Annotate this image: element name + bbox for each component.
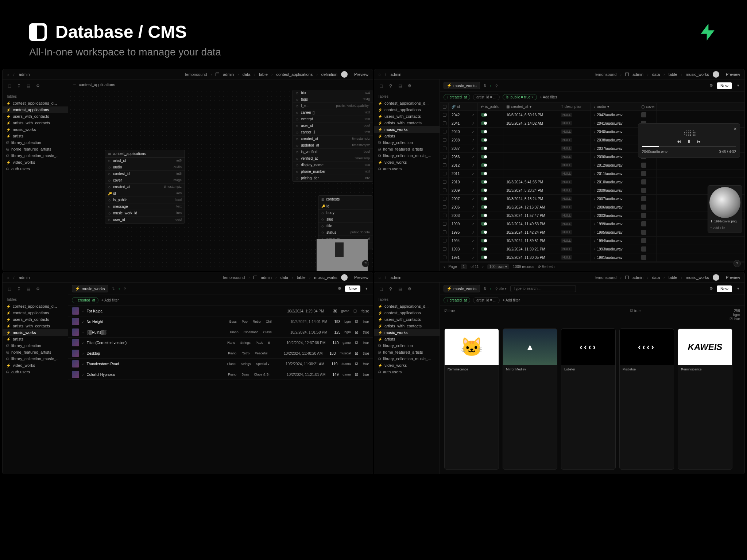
sidebar-item[interactable]: ⚡artists bbox=[374, 133, 440, 139]
sidebar-item[interactable]: ⛁auth.users bbox=[374, 166, 440, 172]
list-item[interactable]: ♪ Filtal (Corrected version) PianoString… bbox=[68, 338, 373, 348]
sidebar-item[interactable]: ⚡artists_with_contacts bbox=[374, 323, 440, 329]
table-row[interactable]: 2007↗ 10/3/2024, 5:13:24 PM NULL ♪ 2007/… bbox=[440, 195, 744, 203]
table-icon[interactable]: ▤ bbox=[25, 285, 32, 292]
table-row[interactable]: 2012↗ NULL ♪ 2012/audio.wav bbox=[440, 161, 744, 170]
next-icon[interactable]: ⏭ bbox=[697, 139, 701, 144]
preview-link[interactable]: Preview bbox=[726, 72, 740, 77]
sort-icon[interactable]: ↕ bbox=[119, 287, 120, 291]
search-input[interactable] bbox=[510, 285, 576, 292]
schema-card-contest-applications[interactable]: ▦contest_applications ◇artist_idint8◇aud… bbox=[105, 150, 185, 223]
crumb[interactable]: data bbox=[243, 72, 250, 77]
refresh-button[interactable]: ⟳ Refresh bbox=[538, 265, 555, 269]
settings-icon[interactable]: ⚙ bbox=[406, 82, 413, 89]
sidebar-item[interactable]: ⚡contest_applications_d... bbox=[374, 303, 440, 310]
folder-icon[interactable]: ▢ bbox=[6, 82, 13, 89]
sidebar-item[interactable]: ⚡contest_applications bbox=[374, 106, 440, 113]
gear-icon[interactable]: ⚙ bbox=[338, 286, 341, 291]
sidebar-item[interactable]: ⚡contest_applications_d... bbox=[3, 100, 68, 106]
table-row[interactable]: 1994↗ 10/2/2024, 11:39:51 PM NULL ♪ 1994… bbox=[440, 237, 744, 245]
home-icon[interactable]: ⌂ bbox=[379, 276, 380, 279]
table-row[interactable]: 1999↗ 10/2/2024, 11:49:53 PM NULL ♪ 1999… bbox=[440, 220, 744, 228]
prev-icon[interactable]: ⏮ bbox=[677, 139, 681, 144]
list-item[interactable]: ♪ ░▒Ruins▒░ PianoCinematicClassi 10/2/20… bbox=[68, 327, 373, 338]
filter-chip[interactable]: ↓ created_at bbox=[444, 94, 470, 100]
sort-icon[interactable]: ↕ bbox=[490, 84, 492, 88]
sidebar-item[interactable]: ⛁library_collection_music_... bbox=[3, 152, 68, 159]
sidebar-item[interactable]: ⚡users_with_contacts bbox=[3, 316, 68, 323]
sort-chip[interactable]: ↓ created_at bbox=[444, 297, 470, 303]
crumb[interactable]: admin bbox=[391, 275, 402, 280]
table-row[interactable]: 2042↗ 10/6/2024, 6:50:16 PM NULL ♪ 2042/… bbox=[440, 111, 744, 119]
sidebar-item[interactable]: ⛁library_collection bbox=[3, 342, 68, 349]
table-row[interactable]: 1993↗ 10/2/2024, 11:39:21 PM NULL ♪ 1993… bbox=[440, 245, 744, 253]
schema-card-artist-fields[interactable]: ◇biotext◇tagstext[]◇l_c...public."Artist… bbox=[293, 90, 373, 182]
sidebar-item[interactable]: ⛁library_collection bbox=[3, 139, 68, 146]
sidebar-item[interactable]: ⛁home_featured_artists bbox=[374, 349, 440, 355]
crumb[interactable]: music_works bbox=[686, 275, 709, 280]
sidebar-item[interactable]: ⛁auth.users bbox=[374, 369, 440, 375]
sidebar-item[interactable]: ⚡contest_applications_d... bbox=[374, 100, 440, 106]
next-page-button[interactable]: › bbox=[483, 265, 484, 269]
crumb[interactable]: admin bbox=[223, 72, 234, 77]
sidebar-item[interactable]: ⚡video_works bbox=[374, 362, 440, 369]
sidebar-item[interactable]: ⛁auth.users bbox=[3, 166, 68, 172]
table-row[interactable]: 2011↗ NULL ♪ 2011/audio.wav bbox=[440, 170, 744, 178]
table-row[interactable]: 1995↗ 10/2/2024, 11:42:24 PM NULL ♪ 1995… bbox=[440, 228, 744, 237]
folder-icon[interactable]: ▢ bbox=[378, 285, 384, 292]
avatar[interactable] bbox=[713, 71, 719, 78]
add-filter-button[interactable]: + Add filter bbox=[540, 95, 557, 99]
table-row[interactable]: 1991↗ 10/2/2024, 11:30:05 PM NULL ♪ 1991… bbox=[440, 253, 744, 262]
crumb[interactable]: data bbox=[280, 275, 288, 280]
home-icon[interactable]: ⌂ bbox=[7, 73, 9, 76]
filter-chip[interactable]: is_public = true × bbox=[503, 94, 537, 100]
sidebar-item[interactable]: ⛁library_collection bbox=[374, 342, 440, 349]
avatar[interactable] bbox=[341, 71, 348, 78]
preview-link[interactable]: Preview bbox=[726, 275, 740, 280]
preview-link[interactable]: Preview bbox=[354, 72, 368, 77]
crumb[interactable]: admin bbox=[19, 275, 30, 280]
sidebar-item[interactable]: ⚡music_works bbox=[374, 329, 440, 336]
sidebar-item[interactable]: ⚡users_with_contacts bbox=[374, 316, 440, 323]
search-by-icon[interactable]: ⚲ title ▾ bbox=[495, 287, 507, 291]
filter-chip[interactable]: artist_id = ... bbox=[473, 297, 500, 303]
sidebar-item[interactable]: ⚡artists bbox=[3, 133, 68, 139]
preview-link[interactable]: Preview bbox=[354, 275, 368, 280]
schema-canvas[interactable]: ◇biotext◇tagstext[]◇l_c...public."Artist… bbox=[68, 90, 373, 271]
new-button[interactable]: New bbox=[717, 82, 732, 89]
crumb[interactable]: admin bbox=[391, 72, 402, 77]
sidebar-item[interactable]: ⚡artists bbox=[3, 336, 68, 342]
crumb[interactable]: music_works bbox=[686, 72, 709, 77]
help-button[interactable]: ? bbox=[362, 260, 369, 267]
crumb[interactable]: contest_applications bbox=[276, 72, 313, 77]
gallery-card[interactable]: 🐱 Reminiscence bbox=[444, 328, 499, 470]
table-row[interactable]: 2009↗ 10/3/2024, 5:20:24 PM NULL ♪ 2009/… bbox=[440, 186, 744, 195]
table-icon[interactable]: ▤ bbox=[397, 82, 403, 89]
sidebar-item[interactable]: ⚡music_works bbox=[374, 126, 440, 133]
filter-icon[interactable]: ⇅ bbox=[112, 287, 115, 291]
sidebar-item[interactable]: ⚡music_works bbox=[3, 329, 68, 336]
list-item[interactable]: ♪ For Kalpa 10/2/2024, 1:25:04 PM 30 gam… bbox=[68, 306, 373, 316]
gallery-card[interactable]: ‹‹‹› Mistletoe bbox=[619, 328, 674, 470]
crumb[interactable]: admin bbox=[632, 275, 643, 280]
avatar[interactable] bbox=[713, 274, 719, 281]
gallery-card[interactable]: ▲ Mirror Medley bbox=[503, 328, 557, 470]
add-file-button[interactable]: + Add File bbox=[709, 225, 740, 231]
settings-icon[interactable]: ⚙ bbox=[406, 285, 413, 292]
add-filter-button[interactable]: + Add filter bbox=[503, 298, 520, 302]
folder-icon[interactable]: ▢ bbox=[378, 82, 384, 89]
sidebar-item[interactable]: ⛁library_collection_music_... bbox=[3, 355, 68, 362]
sidebar-item[interactable]: ⚡contest_applications bbox=[3, 310, 68, 316]
add-filter-button[interactable]: + Add filter bbox=[101, 298, 119, 302]
project-name[interactable]: lemonsound bbox=[185, 72, 207, 77]
project-name[interactable]: lemonsound bbox=[223, 275, 245, 280]
sidebar-item[interactable]: ⚡artists_with_contacts bbox=[3, 120, 68, 126]
table-tab[interactable]: ⚡music_works bbox=[444, 285, 480, 292]
crumb[interactable]: table bbox=[259, 72, 268, 77]
close-icon[interactable]: × bbox=[734, 126, 737, 132]
table-row[interactable]: 2010↗ 10/3/2024, 5:41:35 PM NULL ♪ 2010/… bbox=[440, 178, 744, 186]
settings-icon[interactable]: ⚙ bbox=[35, 82, 41, 89]
link-icon[interactable]: ⚲ bbox=[387, 285, 394, 292]
prev-page-button[interactable]: ‹ bbox=[444, 265, 445, 269]
crumb[interactable]: music_works bbox=[314, 275, 337, 280]
